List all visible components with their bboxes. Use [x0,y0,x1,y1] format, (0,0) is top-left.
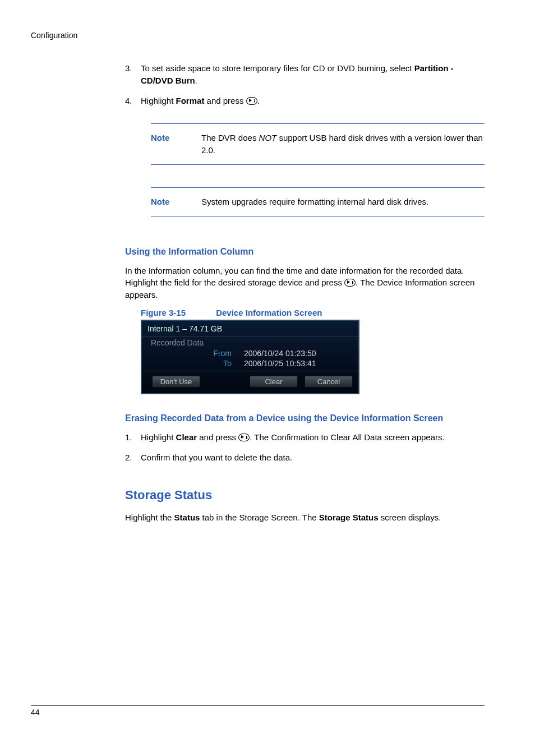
note-2: Note System upgrades require formatting … [151,187,485,216]
note-2-body: System upgrades require formatting inter… [201,196,485,208]
erase-step-2: 2. Confirm that you want to delete the d… [125,451,485,464]
note-1-body: The DVR does NOT support USB hard disk d… [201,132,485,156]
device-info-section: Recorded Data [142,336,358,348]
step-4-text: Highlight Format and press . [141,95,485,107]
step-3-post: . [195,76,197,85]
info-column-heading: Using the Information Column [125,247,485,257]
erase-1-bold: Clear [176,432,197,442]
step-4-number: 4. [125,95,141,107]
step-4: 4. Highlight Format and press . [125,95,485,107]
figure-caption: Figure 3-15 Device Information Screen [141,308,485,317]
page: Configuration 3. To set aside space to s… [0,0,535,756]
content-body: 3. To set aside space to store temporary… [125,62,485,524]
dont-use-button[interactable]: Don't Use [152,376,200,388]
erase-step-2-text: Confirm that you want to delete the data… [141,451,485,464]
running-header: Configuration [31,31,485,40]
ss-mid: tab in the Storage Screen. The [200,513,319,522]
ss-bold1: Status [174,513,200,522]
enter-icon [344,279,356,287]
step-3-number: 3. [125,62,141,87]
step-4-mid: and press [204,96,246,105]
device-info-to-value: 2006/10/25 10:53:41 [244,359,316,368]
step-3-text: To set aside space to store temporary fi… [141,62,485,87]
erase-step-1-number: 1. [125,431,141,444]
note-2-label: Note [151,196,201,208]
erase-1-pre: Highlight [141,432,176,442]
device-info-title: Internal 1 – 74.71 GB [142,323,358,336]
step-4-pre: Highlight [141,96,176,105]
note-1-em: NOT [259,133,277,142]
figure-number: Figure 3-15 [141,308,214,317]
note-1-pre: The DVR does [201,133,259,142]
storage-status-heading: Storage Status [125,488,485,503]
ss-bold2: Storage Status [319,513,379,522]
erase-step-1: 1. Highlight Clear and press . The Confi… [125,431,485,444]
erase-1-post: . The Confirmation to Clear All Data scr… [250,432,444,442]
cancel-button[interactable]: Cancel [305,376,353,388]
device-info-to-label: To [142,359,232,368]
note-2-wrapper: Note System upgrades require formatting … [151,187,485,216]
device-info-from-label: From [142,349,232,358]
page-number: 44 [31,708,40,717]
note-1: Note The DVR does NOT support USB hard d… [151,123,485,165]
enter-icon [246,97,257,105]
info-column-paragraph: In the Information column, you can find … [125,265,485,301]
device-info-buttons: Don't Use Clear Cancel [142,371,358,389]
clear-button[interactable]: Clear [250,376,298,388]
enter-icon [238,434,250,441]
ss-post: screen displays. [379,513,441,522]
note-1-wrapper: Note The DVR does NOT support USB hard d… [151,123,485,165]
figure-title: Device Information Screen [216,308,322,317]
device-info-row-to: To 2006/10/25 10:53:41 [142,358,358,368]
device-info-row-from: From 2006/10/24 01:23:50 [142,348,358,358]
step-4-bold: Format [176,96,205,105]
page-footer: 44 [31,705,485,717]
erase-1-mid: and press [197,432,238,442]
storage-status-paragraph: Highlight the Status tab in the Storage … [125,511,485,524]
figure-block: Figure 3-15 Device Information Screen In… [141,308,485,394]
device-info-screenshot: Internal 1 – 74.71 GB Recorded Data From… [141,320,359,394]
erase-step-1-text: Highlight Clear and press . The Confirma… [141,431,485,444]
step-3: 3. To set aside space to store temporary… [125,62,485,87]
ss-pre: Highlight the [125,513,174,522]
note-1-label: Note [151,132,201,156]
step-4-post: . [257,96,260,105]
device-info-from-value: 2006/10/24 01:23:50 [244,349,316,358]
step-3-pre: To set aside space to store temporary fi… [141,63,414,73]
erase-step-2-number: 2. [125,451,141,464]
erase-heading: Erasing Recorded Data from a Device usin… [125,413,485,423]
